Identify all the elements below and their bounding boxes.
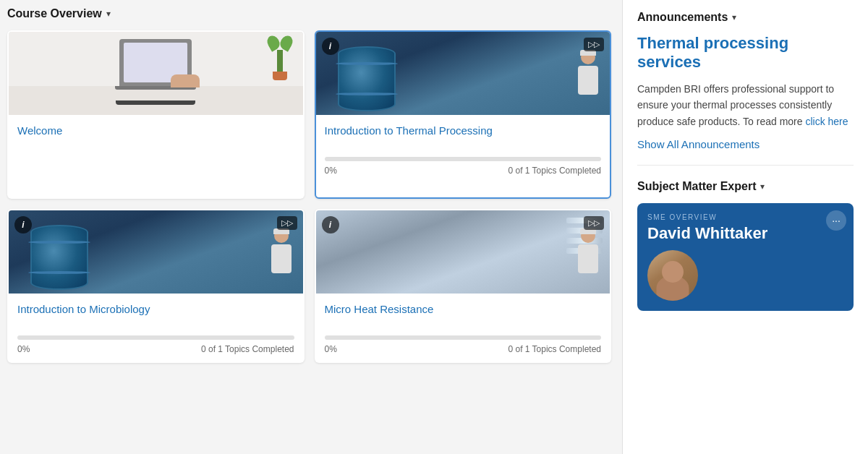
plant-leaf-right — [278, 33, 295, 51]
course-card-welcome[interactable]: Welcome — [7, 30, 305, 199]
plant-stem — [277, 50, 283, 72]
progress-pct-micro-heat: 0% — [325, 344, 337, 354]
card-image-microbiology: i ▷▷ — [9, 210, 303, 294]
announcements-header[interactable]: Announcements ▾ — [637, 11, 854, 24]
show-all-announcements-link[interactable]: Show All Announcements — [637, 138, 854, 150]
topics-label-thermal: 0 of 1 Topics Completed — [508, 166, 601, 176]
laptop-hands — [171, 74, 200, 87]
card-body-welcome: Welcome — [9, 115, 303, 197]
barrel-industrial — [338, 46, 396, 111]
sme-card: ··· SME OVERVIEW David Whittaker — [637, 203, 854, 311]
progress-text-microbiology: 0% 0 of 1 Topics Completed — [17, 344, 294, 354]
topics-label-microbiology: 0 of 1 Topics Completed — [201, 344, 294, 354]
no-progress-spacer — [17, 157, 294, 190]
card-title-micro-heat: Micro Heat Resistance — [325, 302, 602, 328]
progress-text-micro-heat: 0% 0 of 1 Topics Completed — [325, 344, 602, 354]
card-body-microbiology: Introduction to Microbiology 0% 0 of 1 T… — [9, 294, 303, 361]
desk-surface — [9, 86, 303, 115]
card-body-thermal: Introduction to Thermal Processing 0% 0 … — [316, 115, 610, 183]
card-body-micro-heat: Micro Heat Resistance 0% 0 of 1 Topics C… — [316, 294, 610, 361]
course-card-microbiology[interactable]: i ▷▷ Introduction to Microbiology 0% 0 o… — [7, 209, 305, 363]
topics-label-micro-heat: 0 of 1 Topics Completed — [508, 344, 601, 354]
sme-title: Subject Matter Expert — [637, 180, 756, 193]
sme-menu-button[interactable]: ··· — [826, 210, 846, 231]
course-grid: Welcome i ▷▷ Introduction to Thermal Pro… — [7, 30, 611, 363]
sme-chevron: ▾ — [760, 181, 765, 192]
sme-header[interactable]: Subject Matter Expert ▾ — [637, 180, 854, 193]
progress-bar-micro-heat — [325, 335, 602, 340]
progress-bar-thermal — [325, 157, 602, 161]
sme-name: David Whittaker — [647, 224, 843, 243]
worker-figure-heat — [574, 228, 603, 294]
card-image-micro-heat: i ▷▷ — [316, 210, 610, 294]
course-overview-title: Course Overview — [7, 7, 102, 20]
play-icon-microbiology[interactable]: ▷▷ — [277, 216, 297, 230]
play-icon-micro-heat[interactable]: ▷▷ — [584, 216, 604, 230]
info-icon-thermal[interactable]: i — [322, 38, 339, 55]
sme-avatar — [647, 250, 698, 301]
main-area: Course Overview ▾ — [0, 0, 622, 454]
progress-text-thermal: 0% 0 of 1 Topics Completed — [325, 166, 602, 176]
card-image-welcome — [9, 32, 303, 115]
announcement-title: Thermal processing services — [637, 34, 854, 72]
info-icon-micro-heat[interactable]: i — [322, 216, 339, 234]
sme-overview-label: SME OVERVIEW — [647, 213, 843, 221]
course-card-thermal[interactable]: i ▷▷ Introduction to Thermal Processing … — [315, 30, 612, 199]
progress-pct-microbiology: 0% — [17, 344, 30, 354]
announcements-section: Announcements ▾ Thermal processing servi… — [637, 11, 854, 166]
plant-pot — [273, 72, 287, 80]
progress-pct-thermal: 0% — [325, 166, 337, 176]
worker-figure-micro — [267, 228, 296, 294]
play-icon-thermal[interactable]: ▷▷ — [584, 38, 604, 51]
worker-body-heat — [578, 244, 598, 273]
announcements-title: Announcements — [637, 11, 728, 24]
card-title-welcome: Welcome — [17, 124, 294, 150]
card-title-microbiology: Introduction to Microbiology — [17, 302, 294, 328]
sme-section: Subject Matter Expert ▾ ··· SME OVERVIEW… — [637, 180, 854, 311]
card-title-thermal: Introduction to Thermal Processing — [325, 124, 602, 150]
course-card-micro-heat[interactable]: i ▷▷ Micro Heat Resistance 0% 0 of 1 Top… — [315, 209, 612, 363]
course-overview-chevron: ▾ — [106, 9, 111, 19]
card-image-thermal: i ▷▷ — [316, 32, 610, 115]
announcements-chevron: ▾ — [732, 12, 736, 22]
right-panel: Announcements ▾ Thermal processing servi… — [622, 0, 868, 454]
laptop-scene — [9, 32, 303, 115]
course-overview-header[interactable]: Course Overview ▾ — [7, 7, 611, 20]
worker-body — [578, 66, 598, 95]
worker-figure — [574, 50, 603, 115]
plant-leaf-left — [265, 33, 282, 51]
announcement-link[interactable]: click here — [805, 116, 848, 127]
progress-bar-microbiology — [17, 335, 294, 340]
info-icon-microbiology[interactable]: i — [14, 216, 32, 234]
announcement-body: Campden BRI offers professional support … — [637, 81, 854, 129]
plant-decoration — [268, 35, 292, 80]
worker-body-micro — [271, 244, 292, 273]
barrel-microbiology — [30, 225, 88, 290]
